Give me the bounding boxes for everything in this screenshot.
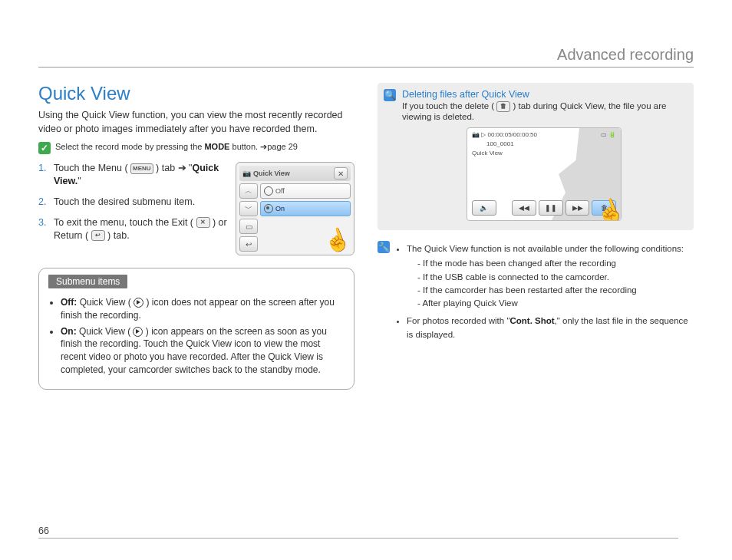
down-icon: ﹀ — [239, 201, 258, 216]
volume-icon: 🔈 — [472, 200, 496, 216]
tab-icon: ▭ — [239, 219, 258, 234]
return-icon: ↩ — [91, 230, 105, 241]
up-icon: ︿ — [239, 183, 258, 199]
submenu-tag: Submenu items — [48, 275, 127, 288]
submenu-box: Submenu items Off: Quick View ( ) icon d… — [38, 268, 354, 390]
menu-screenshot-title: 📷 Quick View — [242, 170, 290, 177]
menu-screenshot: 📷 Quick View ✕ ︿ ﹀ Off On — [236, 162, 354, 255]
check-icon: ✓ — [38, 142, 51, 154]
mode-note: Select the record mode by pressing the M… — [55, 142, 298, 152]
option-off: Off — [260, 183, 351, 199]
delete-info-title: Deleting files after Quick View — [402, 89, 686, 100]
conditions-note: The Quick View function is not available… — [394, 241, 694, 346]
intro-text: Using the Quick View function, you can v… — [38, 109, 354, 136]
option-on: On — [260, 201, 351, 216]
player-screenshot: 📷 ▷ 00:00:05/00:00:50 ▭ 🔋 100_0001 Quick… — [467, 127, 622, 221]
quickview-play-icon — [134, 298, 143, 308]
wrench-icon: 🔧 — [378, 241, 390, 253]
section-title: Quick View — [38, 83, 354, 104]
magnify-icon: 🔍 — [384, 89, 396, 101]
steps-list: 1. Touch the Menu ( MENU ) tab ➔ "Quick … — [38, 162, 228, 249]
chapter-title: Advanced recording — [38, 46, 694, 68]
menu-tab-icon: MENU — [130, 163, 153, 174]
page-number: 66 — [38, 525, 678, 539]
quickview-play-icon — [133, 327, 143, 337]
exit-icon: ✕ — [196, 217, 210, 228]
delete-info-text: If you touch the delete ( 🗑 ) tab during… — [402, 101, 686, 121]
rewind-icon: ◀◀ — [512, 200, 536, 216]
delete-info-box: 🔍 Deleting files after Quick View If you… — [378, 83, 694, 230]
pause-icon: ❚❚ — [539, 200, 563, 216]
trash-icon: 🗑 — [496, 101, 510, 112]
forward-icon: ▶▶ — [565, 200, 590, 216]
return-icon: ↩ — [239, 236, 258, 252]
close-icon: ✕ — [334, 167, 348, 180]
